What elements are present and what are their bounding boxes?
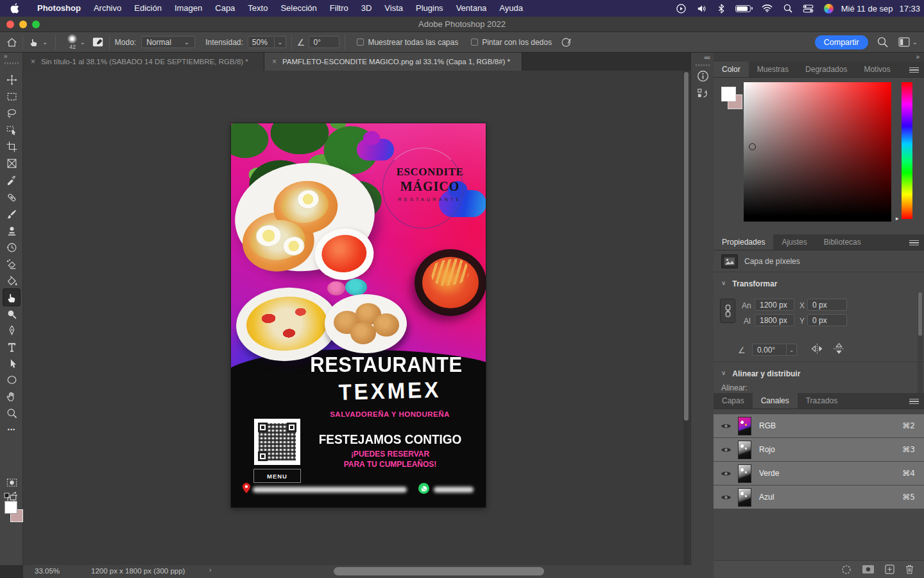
new-channel-icon[interactable] <box>885 565 894 574</box>
save-selection-as-channel-icon[interactable] <box>862 565 874 574</box>
menu-archivo[interactable]: Archivo <box>87 0 128 17</box>
object-selection-tool[interactable] <box>3 121 20 138</box>
menu-texto[interactable]: Texto <box>241 0 274 17</box>
toggle-brush-settings-icon[interactable] <box>92 37 104 48</box>
spotlight-search-icon[interactable] <box>783 4 792 13</box>
strength-dropdown[interactable]: ⌄ <box>275 36 286 48</box>
tab-propiedades[interactable]: Propiedades <box>714 234 773 250</box>
smudge-tool[interactable] <box>3 289 20 306</box>
workspace-switcher-icon[interactable] <box>898 37 910 47</box>
search-icon[interactable] <box>877 37 888 48</box>
wifi-icon[interactable] <box>762 4 773 12</box>
foreground-color-swatch[interactable] <box>4 501 17 514</box>
tab-capas[interactable]: Capas <box>714 393 753 408</box>
color-picker-marker[interactable] <box>749 143 756 150</box>
tab-motivos[interactable]: Motivos <box>855 62 898 77</box>
quick-mask-button[interactable] <box>3 474 20 491</box>
menu-filtro[interactable]: Filtro <box>323 0 355 17</box>
canvas-vertical-scrollbar[interactable] <box>683 71 689 565</box>
menu-3d[interactable]: 3D <box>355 0 379 17</box>
align-section-header[interactable]: ∨ Alinear y distribuir <box>721 369 800 378</box>
rotate-angle-chevron-icon[interactable]: ⌄ <box>786 344 796 355</box>
control-center-icon[interactable] <box>803 5 813 12</box>
history-panel-icon[interactable] <box>694 85 711 101</box>
properties-panel-menu-icon[interactable] <box>909 240 919 245</box>
channel-row-rojo[interactable]: Rojo ⌘3 <box>714 438 924 461</box>
home-button[interactable] <box>6 37 17 48</box>
app-status-icon[interactable] <box>824 4 834 13</box>
tab-degradados[interactable]: Degradados <box>797 62 855 77</box>
color-panel-menu-icon[interactable] <box>909 67 919 73</box>
x-input[interactable]: 0 px <box>807 299 847 311</box>
battery-icon[interactable] <box>735 5 751 12</box>
channel-row-verde[interactable]: Verde ⌘4 <box>714 462 924 485</box>
sample-all-layers-checkbox[interactable]: Muestrear todas las capas <box>357 38 458 47</box>
playback-icon[interactable] <box>676 4 686 13</box>
tab-close-icon[interactable]: × <box>31 57 35 66</box>
clone-stamp-tool[interactable] <box>3 222 20 239</box>
menu-edicion[interactable]: Edición <box>128 0 168 17</box>
canvas-vertical-scrollbar-thumb[interactable] <box>684 72 689 421</box>
dodge-tool[interactable] <box>3 306 20 322</box>
canvas-horizontal-scrollbar-thumb[interactable] <box>334 567 544 575</box>
saturation-brightness-field[interactable] <box>744 82 891 222</box>
zoom-tool[interactable] <box>3 405 20 421</box>
menu-ayuda[interactable]: Ayuda <box>493 0 529 17</box>
tab-color[interactable]: Color <box>714 62 749 77</box>
channels-panel-menu-icon[interactable] <box>909 398 919 404</box>
pen-tool[interactable] <box>3 322 20 338</box>
status-info-chevron-icon[interactable]: › <box>209 566 211 574</box>
frame-tool[interactable] <box>3 155 20 171</box>
lasso-tool[interactable] <box>3 105 20 121</box>
menu-photoshop[interactable]: Photoshop <box>31 0 87 17</box>
spectrum-slider-arrow[interactable]: ▸ <box>896 215 899 222</box>
tool-preset-chevron-icon[interactable]: ⌄ <box>42 39 47 46</box>
crop-tool[interactable] <box>3 138 20 155</box>
eyedropper-tool[interactable] <box>3 172 20 189</box>
link-dimensions-icon[interactable] <box>720 299 735 323</box>
share-button[interactable]: Compartir <box>815 35 868 49</box>
y-input[interactable]: 0 px <box>807 314 847 326</box>
document-info[interactable]: 1200 px x 1800 px (300 ppp) <box>91 567 185 575</box>
tab-trazados[interactable]: Trazados <box>798 393 846 408</box>
brush-tool[interactable] <box>3 206 20 222</box>
workspace-chevron-icon[interactable]: ⌄ <box>912 39 918 46</box>
edit-toolbar-button[interactable]: ••• <box>3 421 20 438</box>
panels-collapse-icon[interactable]: » <box>916 53 919 60</box>
toolbar-collapse-icon[interactable]: » <box>0 53 23 62</box>
height-input[interactable]: 1800 px <box>755 314 794 326</box>
menu-seleccion[interactable]: Selección <box>274 0 323 17</box>
volume-icon[interactable] <box>697 4 707 13</box>
visibility-eye-icon[interactable] <box>714 446 738 453</box>
path-selection-tool[interactable] <box>3 355 20 372</box>
channel-row-azul[interactable]: Azul ⌘5 <box>714 486 924 509</box>
brush-preset-picker[interactable]: 42 <box>67 34 77 50</box>
visibility-eye-icon[interactable] <box>714 494 738 501</box>
hue-spectrum-bar[interactable] <box>902 82 912 219</box>
color-foreground-swatch[interactable] <box>721 87 736 101</box>
document-tab-pamfleto[interactable]: × PAMFLETO-ESCONDITE MAGICO.png al 33.1%… <box>264 53 522 71</box>
visibility-eye-icon[interactable] <box>714 423 738 430</box>
tab-muestras[interactable]: Muestras <box>749 62 797 77</box>
strength-input[interactable]: 50% <box>248 36 275 48</box>
menu-bar-clock[interactable]: Mié 11 de sep 17:33 <box>841 4 920 13</box>
angle-input[interactable]: 0° <box>309 36 339 48</box>
mode-select[interactable]: Normal ⌄ <box>141 36 195 48</box>
menu-ventana[interactable]: Ventana <box>450 0 493 17</box>
flip-vertical-icon[interactable] <box>833 343 845 356</box>
properties-scrollbar[interactable] <box>918 292 923 408</box>
tab-canales[interactable]: Canales <box>753 393 798 408</box>
channel-row-rgb[interactable]: RGB ⌘2 <box>714 414 924 437</box>
finger-paint-box[interactable] <box>471 39 478 46</box>
load-selection-icon[interactable] <box>841 565 851 575</box>
menu-imagen[interactable]: Imagen <box>168 0 209 17</box>
move-tool[interactable] <box>3 71 20 88</box>
brush-picker-chevron-icon[interactable]: ⌄ <box>80 39 85 46</box>
toolbar-grip[interactable] <box>4 62 19 64</box>
tab-bibliotecas[interactable]: Bibliotecas <box>816 234 869 250</box>
tab-close-icon[interactable]: × <box>272 57 277 66</box>
history-brush-tool[interactable] <box>3 239 20 256</box>
rectangular-marquee-tool[interactable] <box>3 88 20 105</box>
dock-collapse-icon[interactable]: «« <box>704 54 710 61</box>
menu-vista[interactable]: Vista <box>378 0 409 17</box>
